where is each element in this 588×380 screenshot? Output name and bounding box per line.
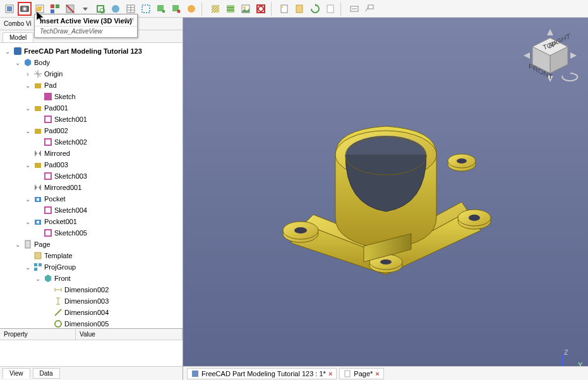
tb-geom-hatch-icon[interactable] <box>224 2 237 16</box>
tree-pocket001[interactable]: ⌄Pocket001 <box>1 216 181 227</box>
property-tabs: View Data <box>0 366 183 380</box>
tab-view[interactable]: View <box>3 368 30 379</box>
svg-rect-77 <box>192 371 198 377</box>
svg-rect-16 <box>142 5 150 13</box>
svg-rect-48 <box>35 252 41 259</box>
svg-rect-27 <box>296 5 303 13</box>
svg-rect-31 <box>368 5 373 9</box>
combo-view-panel: Combo Vi Model ⌄FreeCAD Part Modeling Tu… <box>0 18 183 380</box>
tb-page-icon[interactable] <box>323 2 337 16</box>
tree-dim002[interactable]: Dimension002 <box>1 284 181 295</box>
tree-dim003[interactable]: Dimension003 <box>1 295 181 307</box>
tree-page[interactable]: ⌄Page <box>1 239 181 250</box>
doc-tab-main[interactable]: FreeCAD Part Modeling Tutorial 123 : 1* … <box>187 368 337 379</box>
svg-rect-46 <box>45 230 51 236</box>
svg-rect-47 <box>25 240 30 248</box>
svg-point-19 <box>188 5 195 13</box>
tree-sketch003[interactable]: Sketch003 <box>1 170 181 182</box>
tooltip-controls[interactable]: ◈ × <box>124 16 135 23</box>
tb-clip-icon[interactable] <box>139 2 153 16</box>
svg-rect-35 <box>35 106 41 111</box>
svg-rect-38 <box>45 139 51 145</box>
tree-projgroup[interactable]: ⌄ProjGroup <box>1 261 181 273</box>
tree-front[interactable]: ⌄Front <box>1 273 181 284</box>
navigation-cube[interactable]: TOP FRONT RIGHT <box>519 24 582 87</box>
document-tabs: FreeCAD Part Modeling Tutorial 123 : 1* … <box>183 366 588 380</box>
svg-point-4 <box>23 8 26 10</box>
tree-origin[interactable]: ›Origin <box>1 68 181 80</box>
tree-pad003[interactable]: ⌄Pad003 <box>1 159 181 170</box>
svg-point-52 <box>55 321 61 327</box>
tb-hatch-icon[interactable] <box>208 2 222 16</box>
tb-insert-active-view-icon[interactable] <box>18 2 32 16</box>
tree-pad[interactable]: ⌄Pad <box>1 80 181 91</box>
svg-point-55 <box>294 227 307 234</box>
svg-rect-36 <box>45 116 51 122</box>
tree-sketch001[interactable]: Sketch001 <box>1 114 181 125</box>
tooltip-title: Insert Active View (3D View) <box>35 16 137 26</box>
svg-rect-51 <box>34 268 37 271</box>
svg-rect-33 <box>35 83 41 88</box>
3d-viewport[interactable]: TOP FRONT RIGHT Z Y X FreeCAD Part Model… <box>183 18 588 380</box>
document-icon <box>191 370 199 377</box>
tree-pocket[interactable]: ⌄Pocket <box>1 193 181 205</box>
model-tree[interactable]: ⌄FreeCAD Part Modeling Tutorial 123 ⌄Bod… <box>0 43 183 328</box>
svg-rect-21 <box>227 5 234 13</box>
tree-sketch005[interactable]: Sketch005 <box>1 227 181 239</box>
svg-point-23 <box>243 6 246 9</box>
tab-model[interactable]: Model <box>3 32 33 42</box>
svg-rect-7 <box>56 4 59 8</box>
tree-document[interactable]: ⌄FreeCAD Part Modeling Tutorial 123 <box>1 45 181 57</box>
tree-pad001[interactable]: ⌄Pad001 <box>1 102 181 114</box>
close-icon[interactable]: × <box>375 370 379 377</box>
tree-sketch004[interactable]: Sketch004 <box>1 205 181 216</box>
svg-rect-37 <box>35 129 41 134</box>
close-icon[interactable]: × <box>328 370 332 377</box>
tb-symbol-icon[interactable] <box>184 2 198 16</box>
svg-rect-42 <box>37 198 39 201</box>
tree-template[interactable]: Template <box>1 250 181 261</box>
svg-rect-28 <box>327 5 333 13</box>
tb-toggle-frame-icon[interactable] <box>254 2 268 16</box>
tb-refresh-icon[interactable] <box>308 2 322 16</box>
prop-header-property: Property <box>0 329 76 340</box>
svg-rect-78 <box>345 371 350 377</box>
tb-export-dxf-icon[interactable] <box>293 2 307 16</box>
svg-point-61 <box>380 259 392 264</box>
property-grid: Property Value <box>0 328 183 366</box>
svg-rect-32 <box>14 47 21 55</box>
tb-insert-page-icon[interactable] <box>3 2 16 16</box>
doc-tab-page[interactable]: Page* × <box>339 368 383 379</box>
svg-rect-43 <box>45 207 51 213</box>
tb-image-icon[interactable] <box>239 2 253 16</box>
svg-point-11 <box>112 5 119 13</box>
tree-pad002[interactable]: ⌄Pad002 <box>1 125 181 136</box>
tb-clip-remove-icon[interactable] <box>169 2 183 16</box>
tree-dim004[interactable]: Dimension004 <box>1 307 181 318</box>
tree-body[interactable]: ⌄Body <box>1 57 181 68</box>
tb-export-svg-icon[interactable] <box>278 2 292 16</box>
svg-rect-45 <box>37 221 39 223</box>
tree-mirrored[interactable]: Mirrored <box>1 148 181 159</box>
tooltip-sub: TechDraw_ActiveView <box>35 26 137 36</box>
tree-sketch[interactable]: Sketch <box>1 91 181 102</box>
tooltip: ◈ × Insert Active View (3D View) TechDra… <box>34 14 138 38</box>
tb-separator <box>201 2 205 16</box>
tb-annotation-icon[interactable] <box>347 2 361 16</box>
tb-clip-add-icon[interactable] <box>154 2 168 16</box>
tree-sketch002[interactable]: Sketch002 <box>1 136 181 148</box>
svg-point-64 <box>457 158 467 163</box>
svg-rect-1 <box>7 6 12 11</box>
tree-dim005[interactable]: Dimension005 <box>1 318 181 328</box>
svg-rect-34 <box>45 93 51 100</box>
svg-rect-50 <box>39 263 42 266</box>
prop-header-value: Value <box>76 329 183 340</box>
3d-part-render <box>253 98 519 300</box>
tb-separator <box>271 2 275 16</box>
tab-data[interactable]: Data <box>33 368 60 379</box>
svg-rect-39 <box>35 163 41 168</box>
svg-point-25 <box>258 6 263 11</box>
tb-leader-icon[interactable] <box>363 2 376 16</box>
tree-mirrored001[interactable]: Mirrored001 <box>1 182 181 193</box>
page-icon <box>344 370 351 377</box>
